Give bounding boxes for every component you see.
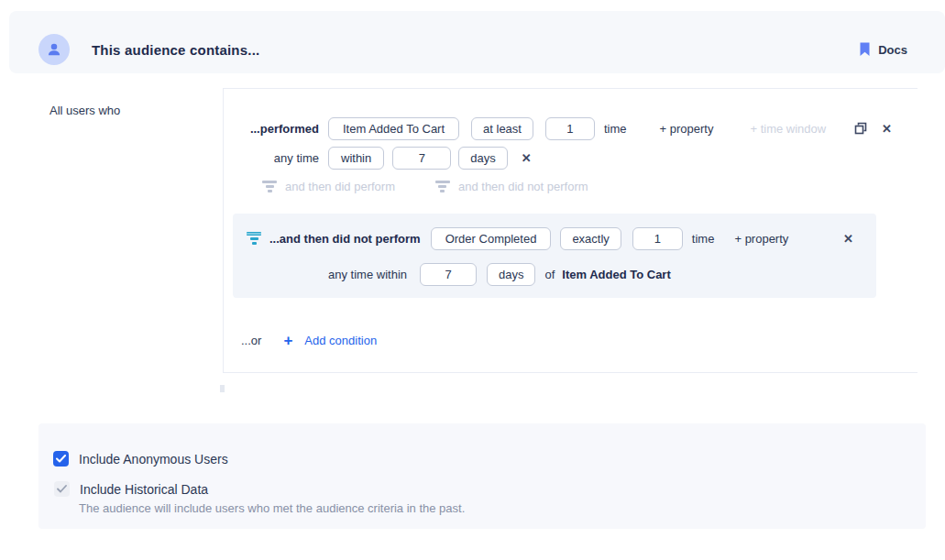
all-users-label: All users who bbox=[49, 104, 120, 117]
bookmark-icon bbox=[859, 42, 871, 57]
check-icon bbox=[56, 455, 66, 463]
sub-remove-button[interactable]: ✕ bbox=[843, 233, 853, 245]
person-icon bbox=[46, 41, 62, 58]
subcondition-card: ...and then did not perform Order Comple… bbox=[233, 214, 876, 298]
operator-select[interactable]: at least bbox=[471, 117, 533, 140]
header: This audience contains... Docs bbox=[9, 11, 945, 73]
of-event-label: Item Added To Cart bbox=[562, 268, 670, 281]
any-time-label: any time bbox=[224, 151, 319, 165]
then-did-perform-label: and then did perform bbox=[285, 180, 395, 193]
sub-window-value-input[interactable] bbox=[420, 263, 477, 286]
historical-data-label: Include Historical Data bbox=[80, 482, 208, 497]
docs-button[interactable]: Docs bbox=[859, 26, 907, 73]
historical-data-row: Include Historical Data bbox=[54, 481, 208, 497]
historical-data-description: The audience will include users who met … bbox=[79, 501, 465, 515]
plus-icon: + bbox=[283, 333, 292, 348]
then-did-not-perform-button[interactable]: and then did not perform bbox=[435, 180, 588, 193]
avatar bbox=[38, 34, 70, 65]
docs-label: Docs bbox=[878, 43, 907, 57]
connector-tick bbox=[220, 385, 225, 392]
funnel-icon bbox=[247, 232, 261, 245]
sub-operator-select[interactable]: exactly bbox=[560, 227, 621, 250]
remove-time-window-button[interactable]: ✕ bbox=[522, 152, 532, 164]
page-title: This audience contains... bbox=[92, 42, 259, 58]
within-select[interactable]: within bbox=[328, 147, 384, 170]
then-did-not-perform-label: and then did not perform bbox=[458, 180, 588, 193]
anonymous-users-row: Include Anonymous Users bbox=[53, 451, 228, 467]
anonymous-users-checkbox[interactable] bbox=[53, 451, 69, 467]
add-time-window-button[interactable]: + time window bbox=[750, 122, 826, 136]
sub-window-unit-select[interactable]: days bbox=[487, 263, 535, 286]
event-select[interactable]: Item Added To Cart bbox=[328, 117, 459, 140]
sub-count-input[interactable] bbox=[632, 227, 683, 250]
then-actions-row: and then did perform and then did not pe… bbox=[262, 180, 588, 193]
duplicate-icon bbox=[854, 122, 867, 135]
performed-label: ...performed bbox=[224, 122, 319, 136]
sub-add-property-button[interactable]: + property bbox=[734, 232, 788, 246]
condition-card: ...performed Item Added To Cart at least… bbox=[223, 88, 918, 373]
window-unit-select[interactable]: days bbox=[458, 147, 507, 170]
count-input[interactable] bbox=[545, 117, 595, 140]
sub-event-select[interactable]: Order Completed bbox=[431, 227, 552, 250]
audience-builder-page: This audience contains... Docs All users… bbox=[0, 0, 945, 560]
options-panel: Include Anonymous Users Include Historic… bbox=[38, 423, 926, 529]
of-label: of bbox=[544, 268, 555, 281]
time-window-row: any time within days ✕ bbox=[224, 146, 918, 170]
subcondition-main-row: ...and then did not perform Order Comple… bbox=[233, 226, 876, 250]
add-property-button[interactable]: + property bbox=[660, 122, 714, 136]
then-did-perform-button[interactable]: and then did perform bbox=[262, 180, 395, 193]
check-icon bbox=[57, 485, 67, 493]
filter-icon bbox=[262, 181, 277, 192]
historical-data-checkbox[interactable] bbox=[54, 481, 70, 497]
sub-time-suffix-label: time bbox=[692, 232, 715, 246]
time-suffix-label: time bbox=[604, 122, 627, 136]
subcondition-time-row: any time within days of Item Added To Ca… bbox=[233, 262, 876, 286]
window-value-input[interactable] bbox=[392, 147, 451, 170]
add-condition-button[interactable]: Add condition bbox=[304, 334, 377, 347]
or-row: ...or + Add condition bbox=[241, 331, 377, 349]
duplicate-button[interactable] bbox=[854, 122, 867, 135]
or-label: ...or bbox=[241, 334, 261, 347]
anonymous-users-label: Include Anonymous Users bbox=[79, 452, 228, 467]
filter-icon bbox=[435, 181, 450, 192]
performed-row: ...performed Item Added To Cart at least… bbox=[224, 116, 918, 140]
remove-condition-button[interactable]: ✕ bbox=[882, 123, 892, 135]
sub-any-time-label: any time within bbox=[233, 268, 407, 281]
subcondition-label: ...and then did not perform bbox=[269, 232, 421, 246]
